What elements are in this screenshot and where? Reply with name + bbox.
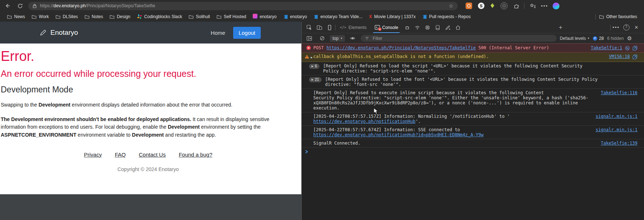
favorite-star-icon[interactable]: ☆ bbox=[449, 3, 453, 9]
bookmark-item[interactable]: Design bbox=[106, 13, 133, 20]
stylus-icon[interactable] bbox=[443, 23, 453, 32]
console-source-link[interactable]: VM156:18 bbox=[609, 54, 630, 59]
message-count-badge[interactable]: ▶6 bbox=[309, 63, 319, 69]
favorites-bar-icon[interactable] bbox=[529, 2, 537, 10]
bookmark-item[interactable]: XMovie Library | 1337x bbox=[366, 13, 419, 20]
performance-icon[interactable] bbox=[423, 23, 432, 32]
console-message: ×POST https://dev.enotaryo.ph/Principal/… bbox=[302, 43, 644, 53]
console-text: [Report Only] Refused to execute inline … bbox=[313, 90, 589, 111]
console-message: SignalR Connected.TakeSelfie:139 bbox=[302, 139, 644, 148]
bookmark-item[interactable]: DLSites bbox=[52, 13, 81, 20]
bug-icon[interactable] bbox=[402, 23, 412, 32]
bookmark-item[interactable]: Work bbox=[28, 13, 52, 20]
issues-counter[interactable]: 28 bbox=[593, 36, 604, 41]
refresh-icon[interactable] bbox=[16, 2, 24, 10]
live-expression-eye-icon[interactable] bbox=[348, 34, 358, 43]
add-tool-icon[interactable]: + bbox=[556, 23, 565, 32]
clear-console-icon[interactable] bbox=[317, 34, 327, 43]
footer-link[interactable]: Privacy bbox=[84, 151, 102, 158]
window-bottom-strip bbox=[0, 194, 301, 220]
devtools-close-icon[interactable]: × bbox=[632, 23, 641, 32]
site-brand[interactable]: Enotaryo bbox=[50, 29, 78, 37]
footer-links: PrivacyFAQContact UsFound a bug? bbox=[1, 151, 296, 158]
message-count-badge[interactable]: ▶21 bbox=[309, 77, 322, 82]
lock-icon bbox=[33, 4, 37, 8]
context-selector[interactable]: top ▾ bbox=[330, 35, 345, 42]
device-emulation-icon[interactable] bbox=[315, 23, 324, 32]
folder-icon bbox=[599, 14, 604, 19]
console-icon: x bbox=[375, 25, 380, 30]
console-source-link[interactable]: signalr.min.js:1 bbox=[595, 114, 637, 119]
bookmark-label: News bbox=[14, 14, 25, 19]
other-favourites-button[interactable]: Other favourites bbox=[596, 13, 640, 20]
folder-icon bbox=[55, 14, 61, 19]
console-message-text: SignalR Connected. bbox=[313, 141, 596, 146]
bookmark-item[interactable]: News bbox=[4, 13, 28, 20]
development-mode-title: Development Mode bbox=[1, 85, 296, 95]
tab-elements[interactable]: </> Elements bbox=[336, 22, 370, 33]
console-source-link[interactable]: signalr.min.js:1 bbox=[595, 127, 637, 132]
dock-icon[interactable] bbox=[325, 23, 334, 32]
browser-settings-more-icon[interactable]: ••• bbox=[541, 3, 548, 9]
bookmark-item[interactable]: Pull requests - Repos bbox=[419, 13, 474, 20]
home-icon[interactable] bbox=[453, 23, 463, 32]
console-url-link[interactable]: https://dev.enotaryo.ph/notificationHub bbox=[313, 119, 416, 124]
footer-link[interactable]: FAQ bbox=[115, 151, 126, 158]
bookmark-label: enotaryo bbox=[290, 14, 307, 19]
nav-home-link[interactable]: Home bbox=[211, 30, 225, 36]
bookmark-item[interactable]: Codingblocks Slack bbox=[134, 13, 186, 20]
network-icon[interactable] bbox=[413, 23, 422, 32]
ext-dark-icon[interactable] bbox=[500, 2, 508, 9]
filter-input[interactable] bbox=[372, 36, 553, 41]
default-levels-dropdown[interactable]: Default levels ▾ bbox=[560, 36, 589, 41]
console-text: 500 (Internal Server Error) bbox=[476, 45, 549, 50]
console-source-link[interactable]: TakeSelfie:139 bbox=[601, 141, 637, 146]
copilot-explain-icon[interactable] bbox=[632, 45, 637, 51]
bookmark-item[interactable]: enotaryo bbox=[249, 13, 280, 21]
ext-s-icon[interactable]: S bbox=[478, 3, 484, 9]
extensions-puzzle-icon[interactable] bbox=[513, 3, 520, 9]
back-icon[interactable] bbox=[4, 2, 12, 10]
footer-link[interactable]: Found a bug? bbox=[179, 151, 212, 158]
bookmark-items: NewsWorkDLSitesNotesDesignCodingblocks S… bbox=[4, 13, 474, 21]
console-sidebar-icon[interactable] bbox=[305, 34, 314, 43]
ext-kite-icon[interactable] bbox=[490, 3, 495, 8]
console-source-link[interactable]: TakeSelfie:1 bbox=[591, 45, 622, 50]
console-url-link[interactable]: https://dev.enotaryo.ph/notificationHub?… bbox=[313, 132, 484, 137]
footer-link[interactable]: Contact Us bbox=[139, 151, 166, 158]
bookmark-item[interactable]: enotaryo Team Vide... bbox=[310, 13, 366, 20]
devtools-tool-icons bbox=[402, 23, 463, 32]
tab-console[interactable]: x Console bbox=[371, 22, 402, 33]
message-source-area: TakeSelfie:139 bbox=[601, 141, 637, 146]
devtools-more-icon[interactable]: ••• bbox=[611, 23, 621, 32]
bookmark-item[interactable]: Notes bbox=[81, 13, 106, 20]
bookmark-item[interactable]: Solihull bbox=[185, 13, 213, 20]
gear-icon[interactable]: ⚙ bbox=[627, 35, 632, 42]
ext-orange-icon[interactable] bbox=[466, 3, 472, 9]
console-text: [2025-04-22T08:57:57.674Z] Information: … bbox=[313, 127, 460, 132]
devtools-divider-right bbox=[610, 25, 611, 30]
console-prompt[interactable] bbox=[302, 148, 644, 156]
storage-icon[interactable] bbox=[433, 23, 442, 32]
console-text: [2025-04-22T08:57:57.157Z] Information: … bbox=[313, 114, 510, 119]
console-url-link[interactable]: https://dev.enotaryo.ph/Principal/Notary… bbox=[326, 45, 476, 50]
app-pink-icon bbox=[253, 14, 257, 20]
issues-count: 28 bbox=[599, 36, 604, 41]
tab-console-label: Console bbox=[382, 25, 398, 30]
console-source-link[interactable]: TakeSelfie:116 bbox=[601, 90, 637, 95]
address-bar[interactable]: https://dev.enotaryo.ph/Principal/Notary… bbox=[28, 2, 458, 10]
console-filter[interactable] bbox=[361, 35, 557, 42]
expand-caret-icon[interactable]: ▶ bbox=[311, 54, 313, 60]
copilot-explain-icon[interactable] bbox=[632, 54, 637, 59]
copilot-icon[interactable] bbox=[553, 3, 560, 9]
console-message: ▶callback globalThis.ns_setupCallback is… bbox=[302, 53, 644, 62]
console-message-text: [Report Only] Refused to load the font '… bbox=[325, 77, 637, 87]
devtools-help-icon[interactable]: ? bbox=[622, 23, 631, 32]
console-message: [2025-04-22T08:57:57.157Z] Information: … bbox=[302, 112, 644, 126]
inspect-icon[interactable] bbox=[305, 23, 314, 32]
bookmark-item[interactable]: enotaryo bbox=[280, 13, 310, 20]
network-request-icon[interactable] bbox=[625, 45, 630, 51]
logout-button[interactable]: Logout bbox=[233, 27, 261, 39]
bookmark-item[interactable]: Self Hosted bbox=[213, 13, 249, 20]
hidden-messages-label[interactable]: 6 hidden bbox=[607, 36, 624, 41]
